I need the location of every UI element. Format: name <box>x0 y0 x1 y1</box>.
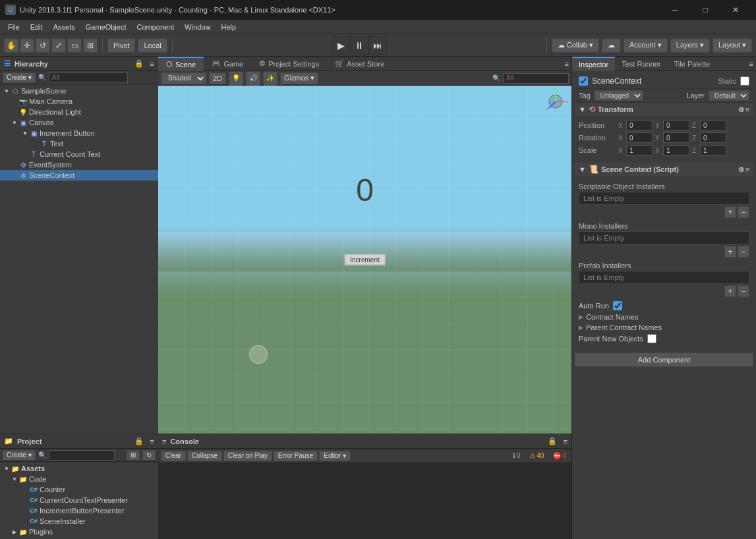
multi-tool[interactable]: ⊞ <box>83 38 98 53</box>
scriptable-remove-button[interactable]: − <box>738 206 749 218</box>
pos-x-input[interactable]: 0 <box>626 120 653 130</box>
hierarchy-item-eventsystem[interactable]: ⚙ EventSystem <box>0 159 158 170</box>
inspector-menu[interactable]: ≡ <box>747 60 756 68</box>
hierarchy-item-maincamera[interactable]: 📷 Main Camera <box>0 96 158 107</box>
project-item-plugins[interactable]: ▶ 📁 Plugins <box>0 526 158 537</box>
tab-test-runner[interactable]: Test Runner <box>615 57 667 71</box>
project-item-sceneinstaller[interactable]: C# SceneInstaller <box>0 516 158 526</box>
layer-select[interactable]: Default <box>709 90 749 101</box>
collab-button[interactable]: ☁ Collab ▾ <box>552 38 599 53</box>
tab-asset-store[interactable]: 🛒 Asset Store <box>327 57 392 71</box>
play-button[interactable]: ▶ <box>332 36 350 55</box>
close-button[interactable]: ✕ <box>720 0 751 20</box>
hierarchy-item-canvas[interactable]: ▼ ▣ Canvas <box>0 117 158 128</box>
scale-x-input[interactable]: 1 <box>626 145 653 156</box>
project-create-button[interactable]: Create ▾ <box>3 450 36 461</box>
cloud-button[interactable]: ☁ <box>602 38 621 53</box>
increment-button-scene[interactable]: Increment <box>344 254 385 266</box>
menu-gameobject[interactable]: GameObject <box>80 22 132 32</box>
pos-z-input[interactable]: 0 <box>700 120 726 130</box>
scene-context-header[interactable]: ▼ 📜 Scene Context (Script) ⚙ ≡ <box>575 163 753 176</box>
pivot-button[interactable]: Pivot <box>107 38 135 53</box>
parent-new-checkbox[interactable] <box>647 334 656 343</box>
transform-header[interactable]: ▼ ⟲ Transform ⚙ ≡ <box>575 103 753 116</box>
parent-contract-row[interactable]: ▶ Parent Contract Names <box>579 322 749 333</box>
mono-add-button[interactable]: + <box>724 246 736 258</box>
object-active-checkbox[interactable] <box>579 76 588 86</box>
project-item-currentcounttextpresenter[interactable]: C# CurrentCountTextPresenter <box>0 495 158 505</box>
hierarchy-menu[interactable]: ≡ <box>150 60 154 68</box>
menu-help[interactable]: Help <box>216 22 241 32</box>
auto-run-checkbox[interactable] <box>613 301 622 310</box>
scene-menu[interactable]: ≡ <box>562 60 571 68</box>
rot-x-input[interactable]: 0 <box>626 132 653 143</box>
project-filter[interactable]: ⊞ <box>127 450 140 461</box>
menu-edit[interactable]: Edit <box>25 22 48 32</box>
tab-tile-palette[interactable]: Tile Palette <box>668 57 717 71</box>
hierarchy-item-scenecontext[interactable]: ⚙ SceneContext <box>0 170 158 181</box>
rect-tool[interactable]: ▭ <box>67 38 82 53</box>
hierarchy-create-button[interactable]: Create ▾ <box>3 72 36 83</box>
2d-button[interactable]: 2D <box>209 72 226 84</box>
mono-remove-button[interactable]: − <box>738 246 749 258</box>
hand-tool[interactable]: ✋ <box>4 38 18 53</box>
project-item-incrementbuttonpresenter[interactable]: C# IncrementButtonPresenter <box>0 505 158 516</box>
script-settings[interactable]: ⚙ <box>738 166 744 173</box>
scene-search-input[interactable] <box>503 73 569 84</box>
project-refresh[interactable]: ↻ <box>142 450 156 461</box>
project-search-input[interactable] <box>49 450 115 461</box>
hierarchy-search-input[interactable] <box>49 72 128 83</box>
error-pause-button[interactable]: Error Pause <box>274 451 318 461</box>
scriptable-add-button[interactable]: + <box>724 206 736 218</box>
editor-dropdown[interactable]: Editor ▾ <box>319 451 351 461</box>
collapse-button[interactable]: Collapse <box>187 451 222 461</box>
minimize-button[interactable]: ─ <box>660 0 690 20</box>
transform-menu[interactable]: ≡ <box>745 106 749 113</box>
console-menu[interactable]: ≡ <box>564 438 567 445</box>
menu-file[interactable]: File <box>3 22 25 32</box>
scale-tool[interactable]: ⤢ <box>51 38 66 53</box>
project-lock[interactable]: 🔒 <box>134 437 144 445</box>
tag-select[interactable]: Untagged <box>595 90 643 101</box>
hierarchy-item-currentcounttext[interactable]: T Current Count Text <box>0 149 158 159</box>
project-item-assets[interactable]: ▼ 📁 Assets <box>0 463 158 474</box>
local-button[interactable]: Local <box>138 38 167 53</box>
pause-button[interactable]: ⏸ <box>350 36 368 55</box>
clear-on-play-button[interactable]: Clear on Play <box>223 451 272 461</box>
menu-window[interactable]: Window <box>179 22 216 32</box>
account-dropdown[interactable]: Account ▾ <box>624 38 668 53</box>
prefab-add-button[interactable]: + <box>724 285 736 297</box>
project-item-counter[interactable]: C# Counter <box>0 484 158 495</box>
scene-view[interactable]: 0 Increment X Y Z <box>158 86 571 434</box>
script-menu[interactable]: ≡ <box>745 166 749 173</box>
hierarchy-lock[interactable]: 🔒 <box>134 59 144 68</box>
tab-game[interactable]: 🎮 Game <box>204 57 251 71</box>
console-lock[interactable]: 🔒 <box>548 437 557 445</box>
scale-z-input[interactable]: 1 <box>700 145 726 156</box>
menu-assets[interactable]: Assets <box>48 22 80 32</box>
rot-y-input[interactable]: 0 <box>663 132 689 143</box>
step-button[interactable]: ⏭ <box>368 36 387 55</box>
hierarchy-item-directionallight[interactable]: 💡 Directional Light <box>0 107 158 117</box>
scale-y-input[interactable]: 1 <box>663 145 689 156</box>
light-toggle[interactable]: 💡 <box>229 71 243 86</box>
project-item-code[interactable]: ▼ 📁 Code <box>0 474 158 484</box>
menu-component[interactable]: Component <box>131 22 179 32</box>
contract-names-row[interactable]: ▶ Contract Names <box>579 312 749 322</box>
rotate-tool[interactable]: ↺ <box>36 38 50 53</box>
maximize-button[interactable]: □ <box>690 0 720 20</box>
pos-y-input[interactable]: 0 <box>663 120 689 130</box>
gizmos-dropdown[interactable]: Gizmos ▾ <box>280 72 318 84</box>
tab-scene[interactable]: ⬡ Scene <box>158 57 204 71</box>
move-tool[interactable]: ✛ <box>20 38 34 53</box>
clear-button[interactable]: Clear <box>161 451 186 461</box>
hierarchy-item-text[interactable]: T Text <box>0 138 158 149</box>
static-checkbox[interactable] <box>740 76 749 86</box>
audio-toggle[interactable]: 🔊 <box>246 71 260 86</box>
layout-dropdown[interactable]: Layout ▾ <box>712 38 752 53</box>
shading-dropdown[interactable]: Shaded <box>161 72 206 84</box>
layers-dropdown[interactable]: Layers ▾ <box>670 38 710 53</box>
transform-settings[interactable]: ⚙ <box>738 106 744 113</box>
hierarchy-item-samplescene[interactable]: ▼ ⬡ SampleScene <box>0 86 158 96</box>
tab-project-settings[interactable]: ⚙ Project Settings <box>251 57 327 71</box>
